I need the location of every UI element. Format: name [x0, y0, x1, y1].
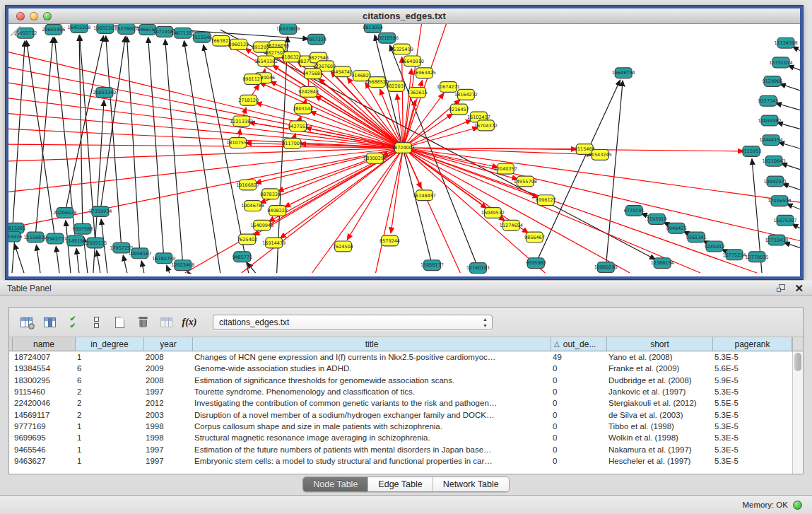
graph-node[interactable]: 12386154	[651, 258, 674, 269]
function-builder-icon[interactable]: f(x)	[180, 313, 199, 332]
graph-edge[interactable]	[242, 148, 404, 273]
table-row[interactable]: 969969511998Structural magnetic resonanc…	[9, 432, 803, 443]
graph-node[interactable]: 8822037	[386, 81, 406, 92]
graph-node[interactable]: 10958167	[128, 248, 151, 259]
graph-node[interactable]: 9595983	[526, 258, 546, 269]
network-graph[interactable]: 1405571220691406164552081065526715278007…	[8, 24, 800, 274]
graph-node[interactable]: 8813054	[363, 24, 383, 33]
graph-node[interactable]: 15278007	[114, 24, 138, 34]
graph-node[interactable]: 8946425	[666, 223, 687, 233]
table-row[interactable]: 977716911998Corpus callosum shape and si…	[9, 421, 803, 432]
graph-node[interactable]: 12160193	[466, 263, 490, 274]
tab-node-table[interactable]: Node Table	[303, 477, 368, 491]
graph-node[interactable]: 7625402	[237, 234, 257, 245]
graph-node[interactable]: 12213383	[230, 116, 253, 127]
graph-node[interactable]: 9427552	[288, 121, 308, 132]
graph-node[interactable]: 8960123	[228, 39, 249, 49]
graph-node[interactable]: 15409948	[250, 220, 273, 230]
graph-edge[interactable]	[148, 37, 164, 258]
column-header-title[interactable]: title	[193, 337, 551, 351]
table-row[interactable]: 946554611997Estimation of the future num…	[9, 443, 803, 455]
graph-edge[interactable]	[36, 245, 40, 273]
canvas-resize-grip[interactable]	[8, 24, 21, 37]
graph-edge[interactable]	[14, 244, 24, 273]
zoom-window-icon[interactable]	[43, 12, 52, 21]
graph-node[interactable]: 9361341	[686, 232, 707, 243]
delete-column-icon[interactable]	[133, 313, 153, 332]
graph-edge[interactable]	[782, 184, 800, 189]
graph-node[interactable]: 11124398	[775, 37, 798, 48]
vertical-scrollbar[interactable]	[792, 351, 803, 474]
graph-node[interactable]: 18300295	[363, 153, 387, 163]
float-panel-icon[interactable]	[777, 284, 786, 293]
tab-network-table[interactable]: Network Table	[433, 477, 509, 491]
graph-node[interactable]: 9856467	[524, 232, 545, 243]
graph-edge[interactable]	[123, 255, 127, 273]
graph-edge[interactable]	[404, 148, 701, 273]
table-row[interactable]: 2242004622012Investigating the contribut…	[9, 397, 803, 409]
graph-node[interactable]: 11675307	[774, 215, 797, 226]
graph-node[interactable]: 9242848	[298, 86, 319, 97]
graph-edge[interactable]	[315, 95, 403, 148]
graph-edge[interactable]	[784, 243, 800, 247]
graph-node[interactable]: 10655267	[93, 24, 117, 33]
column-header-short[interactable]: short	[607, 337, 713, 351]
table-row[interactable]: 1830029562008Estimation of significance …	[9, 375, 803, 386]
table-row[interactable]: 1872400712008Changes of HCN gene express…	[9, 351, 803, 363]
graph-edge[interactable]	[165, 40, 183, 265]
graph-node[interactable]: 12770035	[746, 252, 769, 262]
table-row[interactable]: 1456911722003Disruption of a novel membe…	[9, 409, 803, 420]
graph-edge[interactable]	[781, 163, 800, 170]
close-window-icon[interactable]	[16, 12, 25, 21]
graph-node[interactable]: 12923468	[171, 260, 194, 271]
graph-edge[interactable]	[100, 37, 125, 211]
row-height-icon[interactable]	[86, 313, 106, 332]
table-row[interactable]: 1938455462009Genome-wide association stu…	[9, 363, 803, 374]
graph-node[interactable]: 15058177	[420, 260, 444, 271]
scrollbar-thumb[interactable]	[794, 353, 801, 371]
graph-node[interactable]: 8901127	[242, 74, 263, 85]
graph-node[interactable]: 6779191	[624, 206, 645, 216]
graph-node[interactable]: 16914479	[262, 238, 286, 248]
graph-edge[interactable]	[141, 261, 144, 273]
graph-edge[interactable]	[402, 57, 404, 148]
graph-node[interactable]: 15751074	[770, 57, 793, 68]
graph-node[interactable]: 20691406	[42, 24, 65, 35]
graph-edge[interactable]	[776, 103, 800, 110]
graph-node[interactable]: 16648794	[612, 68, 635, 78]
graph-node[interactable]: 19880290	[594, 262, 618, 273]
graph-node[interactable]: 13992971	[764, 176, 787, 187]
graph-node[interactable]: 12444154	[760, 135, 783, 146]
table-row[interactable]: 946362711997Embryonic stem cells: a mode…	[9, 455, 803, 467]
graph-node[interactable]: 12942737	[43, 233, 66, 244]
graph-node[interactable]: 1362615	[407, 87, 428, 98]
graph-node[interactable]: 18164272	[454, 89, 478, 100]
column-header-year[interactable]: year	[144, 337, 193, 351]
graph-edge[interactable]	[76, 248, 79, 273]
show-columns-icon[interactable]	[40, 313, 59, 332]
graph-node[interactable]: 8454743	[332, 66, 353, 77]
graph-node[interactable]: 16210643	[763, 156, 786, 166]
graph-edge[interactable]	[280, 148, 403, 238]
graph-edge[interactable]	[66, 221, 71, 273]
column-header-out-de-[interactable]: △out_de...	[551, 337, 607, 351]
graph-node[interactable]: 11543245	[589, 149, 612, 160]
graph-edge[interactable]	[779, 84, 800, 90]
graph-node[interactable]: 16704372	[474, 120, 498, 131]
graph-node[interactable]: 18724007	[392, 143, 415, 153]
graph-node[interactable]: 22040257	[494, 163, 517, 174]
graph-edge[interactable]	[391, 148, 403, 233]
graph-node[interactable]: 17359934	[88, 206, 112, 217]
graph-node[interactable]: 18107554	[226, 138, 249, 148]
graph-node[interactable]: 20206528	[53, 208, 76, 218]
minimize-window-icon[interactable]	[30, 12, 38, 21]
graph-node[interactable]: 8579244	[379, 235, 400, 246]
graph-node[interactable]: 12093582	[758, 115, 782, 126]
graph-node[interactable]: 19166827	[236, 180, 259, 190]
graph-edge[interactable]	[27, 41, 55, 239]
graph-node[interactable]: 11274654	[500, 220, 523, 230]
tab-edge-table[interactable]: Edge Table	[368, 477, 433, 491]
graph-edge[interactable]	[788, 65, 800, 70]
graph-node[interactable]: 16775234	[723, 250, 746, 260]
network-window-titlebar[interactable]: citations_edges.txt	[8, 8, 800, 24]
